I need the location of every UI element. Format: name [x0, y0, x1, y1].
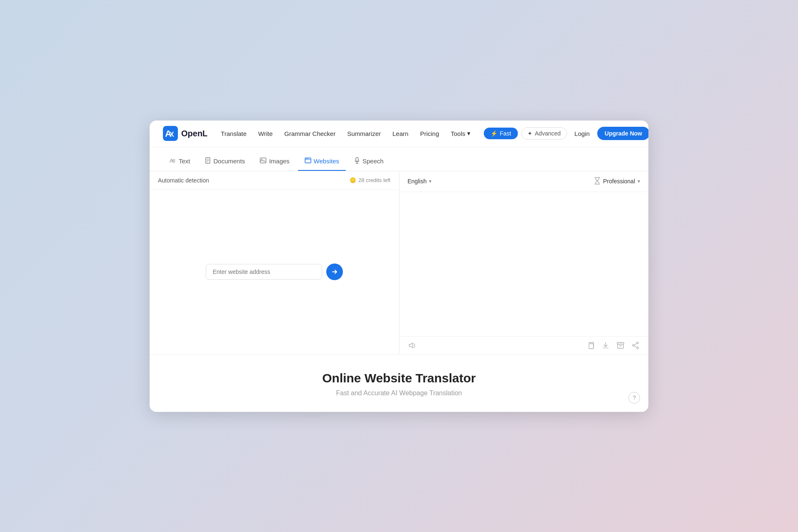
- text-tab-icon: AB: [170, 157, 176, 165]
- advanced-button[interactable]: ✦ Advanced: [521, 127, 567, 140]
- fast-button[interactable]: ⚡ Fast: [484, 128, 518, 139]
- right-panel: English ▾ Professional ▾: [399, 171, 649, 354]
- download-button[interactable]: [601, 341, 610, 350]
- right-panel-body: [399, 192, 649, 336]
- svg-point-22: [637, 342, 638, 344]
- bottom-title: Online Website Translator: [158, 371, 640, 385]
- nav-pricing[interactable]: Pricing: [420, 130, 439, 137]
- svg-point-15: [308, 158, 308, 159]
- website-url-input[interactable]: [206, 264, 322, 280]
- nav-learn[interactable]: Learn: [392, 130, 408, 137]
- nav-tools[interactable]: Tools ▾: [451, 130, 470, 137]
- nav-grammar-checker[interactable]: Grammar Checker: [284, 130, 335, 137]
- nav-summarizer[interactable]: Summarizer: [347, 130, 381, 137]
- website-input-wrap: [206, 264, 343, 280]
- speaker-button[interactable]: [408, 341, 417, 350]
- svg-point-13: [305, 158, 306, 159]
- left-panel: Automatic detection 🪙 28 credits left: [150, 171, 399, 354]
- svg-rect-20: [617, 342, 624, 344]
- archive-icon: [617, 342, 624, 349]
- quality-selector[interactable]: Professional ▾: [594, 177, 640, 186]
- speaker-icon: [409, 342, 416, 349]
- svg-line-26: [634, 346, 637, 347]
- document-tab-icon: [205, 157, 211, 165]
- target-language-selector[interactable]: English ▾: [408, 178, 432, 185]
- help-button[interactable]: ?: [628, 392, 640, 404]
- left-panel-header: Automatic detection 🪙 28 credits left: [150, 171, 399, 190]
- go-button[interactable]: [326, 264, 343, 280]
- svg-text:B: B: [172, 159, 175, 163]
- website-tab-icon: [305, 158, 311, 165]
- svg-point-24: [633, 345, 634, 346]
- share-icon: [632, 342, 639, 349]
- coin-icon: 🪙: [350, 177, 356, 183]
- upgrade-button[interactable]: Upgrade Now: [597, 127, 648, 140]
- header-actions: ⚡ Fast ✦ Advanced Login Upgrade Now: [484, 127, 648, 140]
- tab-websites[interactable]: Websites: [298, 154, 346, 171]
- arrow-right-icon: [331, 268, 338, 275]
- tab-text[interactable]: AB Text: [163, 154, 197, 171]
- source-language-label: Automatic detection: [158, 177, 209, 184]
- sparkle-icon: ✦: [527, 130, 532, 137]
- main-nav: Translate Write Grammar Checker Summariz…: [221, 130, 470, 137]
- nav-translate[interactable]: Translate: [221, 130, 246, 137]
- footer-right-actions: [586, 341, 640, 350]
- logo-text: OpenL: [181, 129, 207, 138]
- svg-rect-19: [589, 344, 594, 349]
- left-panel-body: [150, 190, 399, 354]
- svg-point-14: [307, 158, 308, 159]
- tab-speech[interactable]: Speech: [347, 154, 390, 171]
- share-button[interactable]: [631, 341, 640, 350]
- chevron-down-icon: ▾: [467, 130, 470, 137]
- nav-write[interactable]: Write: [258, 130, 273, 137]
- speech-tab-icon: [354, 157, 360, 165]
- header: A X OpenL Translate Write Grammar Checke…: [150, 121, 648, 147]
- archive-button[interactable]: [616, 341, 625, 350]
- login-button[interactable]: Login: [570, 128, 594, 140]
- svg-point-23: [637, 347, 638, 349]
- svg-rect-9: [260, 158, 266, 163]
- copy-button[interactable]: [586, 341, 595, 350]
- right-panel-header: English ▾ Professional ▾: [399, 171, 649, 192]
- download-icon: [602, 342, 609, 349]
- svg-rect-16: [356, 158, 358, 161]
- svg-text:X: X: [170, 131, 174, 138]
- tab-documents[interactable]: Documents: [199, 154, 252, 171]
- tab-images[interactable]: Images: [253, 154, 296, 171]
- translator-area: Automatic detection 🪙 28 credits left: [150, 171, 648, 354]
- hourglass-icon: [594, 177, 601, 186]
- tabs-bar: AB Text Documents Images Websites: [150, 147, 648, 171]
- logo[interactable]: A X OpenL: [163, 126, 207, 141]
- lang-chevron-icon: ▾: [429, 178, 431, 184]
- image-tab-icon: [260, 158, 266, 165]
- right-panel-footer: [399, 336, 649, 354]
- bottom-section: Online Website Translator Fast and Accur…: [150, 354, 648, 412]
- copy-icon: [587, 342, 594, 349]
- svg-line-25: [634, 343, 637, 345]
- logo-icon: A X: [163, 126, 178, 141]
- credits-badge: 🪙 28 credits left: [350, 177, 390, 183]
- bottom-subtitle: Fast and Accurate AI Webpage Translation: [158, 389, 640, 397]
- fast-icon: ⚡: [490, 130, 498, 137]
- quality-chevron-icon: ▾: [638, 178, 640, 184]
- footer-left-actions: [408, 341, 417, 350]
